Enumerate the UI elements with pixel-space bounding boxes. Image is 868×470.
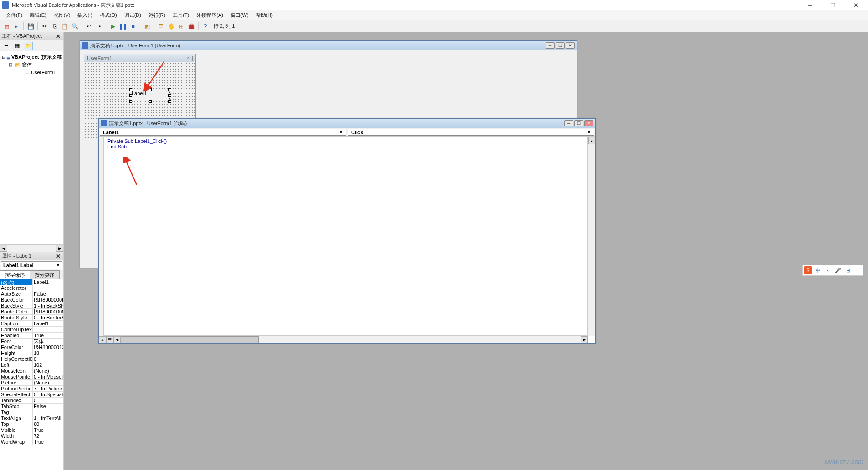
resize-handle-w[interactable]	[129, 94, 132, 97]
property-value[interactable]: Label1	[33, 321, 63, 326]
property-row[interactable]: CaptionLabel1	[0, 321, 63, 327]
property-row[interactable]: EnabledTrue	[0, 333, 63, 339]
code-hscroll[interactable]: ≡ ☰ ◀ ▶	[99, 336, 588, 343]
property-value[interactable]: 0	[33, 356, 63, 362]
properties-grid[interactable]: (名称)Label1AcceleratorAutoSizeFalseBackCo…	[0, 279, 63, 470]
property-value[interactable]: 1 - fmTextAli	[33, 415, 63, 421]
property-row[interactable]: Top60	[0, 421, 63, 427]
copy-icon[interactable]: ⎘	[50, 22, 59, 31]
mdi-close-button[interactable]: ✕	[566, 42, 575, 49]
menu-help[interactable]: 帮助(H)	[252, 11, 276, 20]
code-window[interactable]: 演示文稿1.pptx - UserForm1 (代码) ─ ☐ ✕ Label1…	[98, 118, 596, 344]
properties-close-icon[interactable]: ✕	[55, 253, 61, 259]
run-icon[interactable]: ▶	[108, 22, 117, 31]
mdi-minimize-button[interactable]: ─	[546, 42, 555, 49]
mdi-close-button[interactable]: ✕	[584, 120, 593, 126]
scroll-up-icon[interactable]: ▲	[588, 137, 595, 144]
property-value[interactable]: 0 - fmMousePo	[33, 374, 63, 379]
property-value[interactable]: &H80000012&	[33, 344, 63, 350]
code-object-combo[interactable]: Label1 ▼	[100, 129, 346, 136]
property-value[interactable]: 18	[33, 350, 63, 356]
scroll-left-icon[interactable]: ◀	[113, 336, 121, 343]
scroll-left-icon[interactable]: ◀	[0, 245, 7, 252]
property-row[interactable]: (名称)Label1	[0, 279, 63, 285]
maximize-button[interactable]: ☐	[826, 0, 840, 10]
code-procedure-combo[interactable]: Click ▼	[348, 129, 594, 136]
tree-userform1[interactable]: ▭ UserForm1	[2, 69, 61, 76]
design-mode-icon[interactable]: ◩	[143, 22, 152, 31]
ime-voice-icon[interactable]: 🎤	[834, 266, 842, 274]
project-hscroll[interactable]: ◀ ▶	[0, 244, 63, 252]
property-value[interactable]: 72	[33, 433, 63, 439]
ime-lang-button[interactable]: 中	[814, 266, 822, 274]
property-value[interactable]: (None)	[33, 380, 63, 385]
property-row[interactable]: TextAlign1 - fmTextAli	[0, 415, 63, 421]
menu-run[interactable]: 运行(R)	[145, 11, 169, 20]
tab-categorized[interactable]: 按分类序	[30, 270, 60, 279]
scroll-thumb[interactable]	[121, 336, 259, 343]
toggle-folders-icon[interactable]: 📁	[24, 42, 33, 50]
resize-handle-nw[interactable]	[129, 88, 132, 91]
redo-icon[interactable]: ↷	[94, 22, 103, 31]
find-icon[interactable]: 🔍	[70, 22, 79, 31]
property-row[interactable]: Width72	[0, 433, 63, 439]
property-value[interactable]: 0 - fmBorderS	[33, 315, 63, 320]
view-code-icon[interactable]: ☰	[2, 42, 11, 50]
property-row[interactable]: MouseIcon(None)	[0, 368, 63, 374]
full-module-view-icon[interactable]: ☰	[106, 336, 113, 343]
properties-icon[interactable]: 🖐	[167, 22, 176, 31]
property-row[interactable]: HelpContextID0	[0, 356, 63, 362]
project-explorer-close-icon[interactable]: ✕	[55, 33, 61, 40]
undo-icon[interactable]: ↶	[84, 22, 93, 31]
procedure-view-icon[interactable]: ≡	[99, 336, 106, 343]
break-icon[interactable]: ❚❚	[118, 22, 128, 31]
property-row[interactable]: Picture(None)	[0, 380, 63, 386]
code-vscroll[interactable]: ▲	[588, 137, 595, 336]
resize-handle-se[interactable]	[168, 100, 171, 103]
property-row[interactable]: TabStopFalse	[0, 404, 63, 409]
minus-icon[interactable]: ⊟	[7, 62, 14, 68]
resize-handle-n[interactable]	[149, 88, 152, 91]
code-titlebar[interactable]: 演示文稿1.pptx - UserForm1 (代码) ─ ☐ ✕	[99, 119, 595, 128]
ime-sogou-icon[interactable]: S	[804, 266, 812, 274]
menu-view[interactable]: 视图(V)	[50, 11, 74, 20]
property-value[interactable]: 0	[33, 398, 63, 403]
label1-control[interactable]: Label1	[131, 90, 170, 101]
property-value[interactable]: 宋体	[33, 339, 63, 344]
tree-project-root[interactable]: ⊟ ⬓ VBAProject (演示文稿	[2, 53, 61, 61]
menu-debug[interactable]: 调试(D)	[121, 11, 145, 20]
scroll-right-icon[interactable]: ▶	[581, 336, 588, 343]
help-icon[interactable]: ?	[201, 22, 210, 31]
property-row[interactable]: Font宋体	[0, 339, 63, 344]
property-value[interactable]	[33, 327, 63, 332]
property-value[interactable]: &H80000006&	[33, 309, 63, 314]
property-row[interactable]: Accelerator	[0, 285, 63, 291]
property-value[interactable]: 0 - fmSpecial	[33, 392, 63, 397]
minus-icon[interactable]: ⊟	[2, 54, 5, 61]
property-row[interactable]: Tag	[0, 409, 63, 415]
project-tree[interactable]: ⊟ ⬓ VBAProject (演示文稿 ⊟ 📂 窗体 ▭ UserForm1	[0, 51, 63, 244]
property-row[interactable]: BorderStyle0 - fmBorderS	[0, 315, 63, 321]
save-icon[interactable]: 💾	[26, 22, 35, 31]
toolbox-icon[interactable]: 🧰	[187, 22, 196, 31]
resize-handle-e[interactable]	[168, 94, 171, 97]
menu-edit[interactable]: 编辑(E)	[26, 11, 50, 20]
property-row[interactable]: TabIndex0	[0, 398, 63, 404]
property-value[interactable]: 102	[33, 362, 63, 368]
properties-object-combo[interactable]: Label1 Label ▼	[1, 261, 62, 269]
minimize-button[interactable]: ─	[803, 0, 817, 10]
paste-icon[interactable]: 📋	[60, 22, 69, 31]
property-value[interactable]: True	[33, 427, 63, 433]
property-row[interactable]: PicturePositio7 - fmPicture	[0, 386, 63, 392]
property-row[interactable]: ControlTipText	[0, 327, 63, 333]
cut-icon[interactable]: ✂	[40, 22, 49, 31]
property-row[interactable]: ForeColor&H80000012&	[0, 344, 63, 350]
property-row[interactable]: VisibleTrue	[0, 427, 63, 433]
property-row[interactable]: BackColor&H8000000F&	[0, 297, 63, 303]
ime-menu-icon[interactable]: ⋮	[854, 266, 862, 274]
project-explorer-icon[interactable]: ☰	[157, 22, 166, 31]
property-value[interactable]: &H8000000F&	[33, 297, 63, 303]
property-row[interactable]: Height18	[0, 350, 63, 356]
property-value[interactable]: 7 - fmPicture	[33, 386, 63, 391]
property-value[interactable]: True	[33, 439, 63, 445]
